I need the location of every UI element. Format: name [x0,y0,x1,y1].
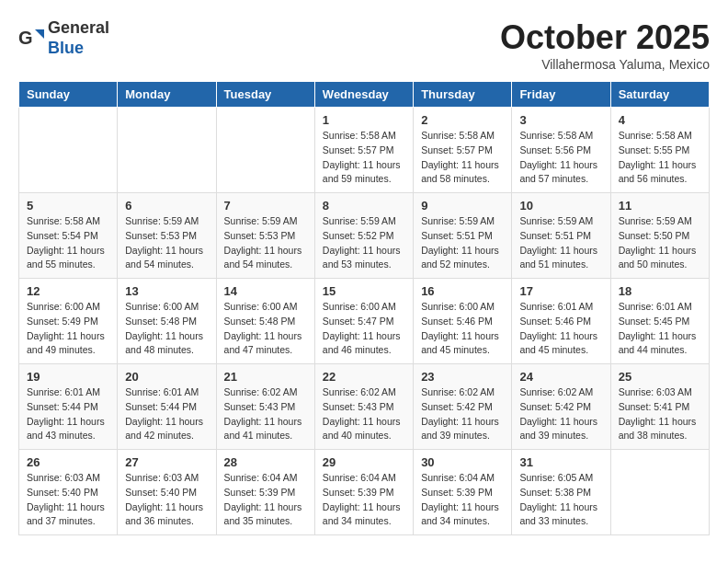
day-info: Sunrise: 6:03 AM Sunset: 5:40 PM Dayligh… [125,471,208,529]
day-info: Sunrise: 5:58 AM Sunset: 5:54 PM Dayligh… [27,214,109,272]
weekday-header-saturday: Saturday [610,82,709,108]
day-info: Sunrise: 6:02 AM Sunset: 5:43 PM Dayligh… [323,385,405,443]
calendar-cell: 23Sunrise: 6:02 AM Sunset: 5:42 PM Dayli… [414,364,512,450]
weekday-header-monday: Monday [118,82,216,108]
calendar-cell: 18Sunrise: 6:01 AM Sunset: 5:45 PM Dayli… [610,279,709,364]
day-number: 28 [224,455,307,469]
calendar-cell: 20Sunrise: 6:01 AM Sunset: 5:44 PM Dayli… [118,364,216,450]
day-number: 29 [323,455,405,469]
calendar-cell: 7Sunrise: 5:59 AM Sunset: 5:53 PM Daylig… [216,193,314,279]
day-info: Sunrise: 6:03 AM Sunset: 5:41 PM Dayligh… [619,385,701,443]
weekday-header-sunday: Sunday [19,82,118,108]
calendar-cell: 25Sunrise: 6:03 AM Sunset: 5:41 PM Dayli… [610,364,709,450]
calendar-cell [216,108,314,193]
svg-marker-1 [35,29,44,39]
day-number: 7 [224,199,307,213]
calendar-cell: 10Sunrise: 5:59 AM Sunset: 5:51 PM Dayli… [512,193,610,279]
day-info: Sunrise: 6:00 AM Sunset: 5:49 PM Dayligh… [27,300,109,358]
calendar-cell: 30Sunrise: 6:04 AM Sunset: 5:39 PM Dayli… [414,450,512,535]
day-number: 30 [421,455,504,469]
day-info: Sunrise: 6:01 AM Sunset: 5:45 PM Dayligh… [619,300,701,358]
day-info: Sunrise: 5:58 AM Sunset: 5:55 PM Dayligh… [619,129,701,187]
calendar-cell: 2Sunrise: 5:58 AM Sunset: 5:57 PM Daylig… [414,108,512,193]
calendar-cell: 8Sunrise: 5:59 AM Sunset: 5:52 PM Daylig… [314,193,413,279]
day-info: Sunrise: 5:59 AM Sunset: 5:52 PM Dayligh… [323,214,405,272]
day-number: 12 [27,284,109,298]
day-number: 16 [421,284,504,298]
calendar-week-row: 12Sunrise: 6:00 AM Sunset: 5:49 PM Dayli… [19,279,710,364]
logo-general-text: General [48,18,109,39]
calendar-cell [118,108,216,193]
day-info: Sunrise: 6:02 AM Sunset: 5:42 PM Dayligh… [519,385,602,443]
title-block: October 2025 Villahermosa Yaluma, Mexico [500,18,710,72]
day-number: 26 [27,455,109,469]
day-info: Sunrise: 6:00 AM Sunset: 5:46 PM Dayligh… [421,300,504,358]
day-info: Sunrise: 6:02 AM Sunset: 5:42 PM Dayligh… [421,385,504,443]
weekday-header-thursday: Thursday [414,82,512,108]
day-number: 1 [323,113,405,127]
day-info: Sunrise: 5:58 AM Sunset: 5:57 PM Dayligh… [323,129,405,187]
day-number: 10 [519,199,602,213]
day-number: 6 [125,199,208,213]
day-number: 22 [323,370,405,384]
day-number: 9 [421,199,504,213]
logo-icon: G [18,26,44,52]
day-info: Sunrise: 5:59 AM Sunset: 5:51 PM Dayligh… [421,214,504,272]
day-info: Sunrise: 5:58 AM Sunset: 5:56 PM Dayligh… [519,129,602,187]
weekday-header-wednesday: Wednesday [314,82,413,108]
calendar-cell: 5Sunrise: 5:58 AM Sunset: 5:54 PM Daylig… [19,193,118,279]
day-number: 8 [323,199,405,213]
calendar-week-row: 5Sunrise: 5:58 AM Sunset: 5:54 PM Daylig… [19,193,710,279]
day-info: Sunrise: 6:01 AM Sunset: 5:44 PM Dayligh… [125,385,208,443]
day-number: 2 [421,113,504,127]
weekday-header-row: SundayMondayTuesdayWednesdayThursdayFrid… [19,82,710,108]
calendar-week-row: 19Sunrise: 6:01 AM Sunset: 5:44 PM Dayli… [19,364,710,450]
weekday-header-friday: Friday [512,82,610,108]
calendar-cell: 11Sunrise: 5:59 AM Sunset: 5:50 PM Dayli… [610,193,709,279]
calendar-cell: 26Sunrise: 6:03 AM Sunset: 5:40 PM Dayli… [19,450,118,535]
calendar-table: SundayMondayTuesdayWednesdayThursdayFrid… [18,81,710,535]
day-info: Sunrise: 6:02 AM Sunset: 5:43 PM Dayligh… [224,385,307,443]
day-number: 3 [519,113,602,127]
calendar-cell: 4Sunrise: 5:58 AM Sunset: 5:55 PM Daylig… [610,108,709,193]
day-number: 4 [619,113,701,127]
calendar-cell: 27Sunrise: 6:03 AM Sunset: 5:40 PM Dayli… [118,450,216,535]
calendar-cell: 16Sunrise: 6:00 AM Sunset: 5:46 PM Dayli… [414,279,512,364]
day-number: 18 [619,284,701,298]
day-info: Sunrise: 6:00 AM Sunset: 5:48 PM Dayligh… [125,300,208,358]
day-info: Sunrise: 6:04 AM Sunset: 5:39 PM Dayligh… [224,471,307,529]
day-info: Sunrise: 6:05 AM Sunset: 5:38 PM Dayligh… [519,471,602,529]
day-info: Sunrise: 5:59 AM Sunset: 5:53 PM Dayligh… [125,214,208,272]
day-info: Sunrise: 5:59 AM Sunset: 5:53 PM Dayligh… [224,214,307,272]
day-number: 20 [125,370,208,384]
svg-text:G: G [18,28,33,48]
calendar-cell: 19Sunrise: 6:01 AM Sunset: 5:44 PM Dayli… [19,364,118,450]
day-number: 25 [619,370,701,384]
calendar-cell: 22Sunrise: 6:02 AM Sunset: 5:43 PM Dayli… [314,364,413,450]
day-number: 5 [27,199,109,213]
calendar-cell: 29Sunrise: 6:04 AM Sunset: 5:39 PM Dayli… [314,450,413,535]
calendar-cell: 17Sunrise: 6:01 AM Sunset: 5:46 PM Dayli… [512,279,610,364]
logo-blue-text: Blue [48,39,109,59]
calendar-cell: 15Sunrise: 6:00 AM Sunset: 5:47 PM Dayli… [314,279,413,364]
calendar-cell: 12Sunrise: 6:00 AM Sunset: 5:49 PM Dayli… [19,279,118,364]
day-number: 11 [619,199,701,213]
day-number: 15 [323,284,405,298]
day-info: Sunrise: 6:03 AM Sunset: 5:40 PM Dayligh… [27,471,109,529]
calendar-cell: 21Sunrise: 6:02 AM Sunset: 5:43 PM Dayli… [216,364,314,450]
page-header: G General Blue October 2025 Villahermosa… [18,18,710,72]
weekday-header-tuesday: Tuesday [216,82,314,108]
day-info: Sunrise: 6:00 AM Sunset: 5:48 PM Dayligh… [224,300,307,358]
calendar-cell: 28Sunrise: 6:04 AM Sunset: 5:39 PM Dayli… [216,450,314,535]
calendar-cell: 6Sunrise: 5:59 AM Sunset: 5:53 PM Daylig… [118,193,216,279]
day-number: 21 [224,370,307,384]
day-number: 14 [224,284,307,298]
day-info: Sunrise: 5:58 AM Sunset: 5:57 PM Dayligh… [421,129,504,187]
day-info: Sunrise: 6:00 AM Sunset: 5:47 PM Dayligh… [323,300,405,358]
calendar-cell [19,108,118,193]
calendar-cell: 14Sunrise: 6:00 AM Sunset: 5:48 PM Dayli… [216,279,314,364]
day-number: 19 [27,370,109,384]
calendar-cell [610,450,709,535]
day-number: 31 [519,455,602,469]
day-number: 23 [421,370,504,384]
